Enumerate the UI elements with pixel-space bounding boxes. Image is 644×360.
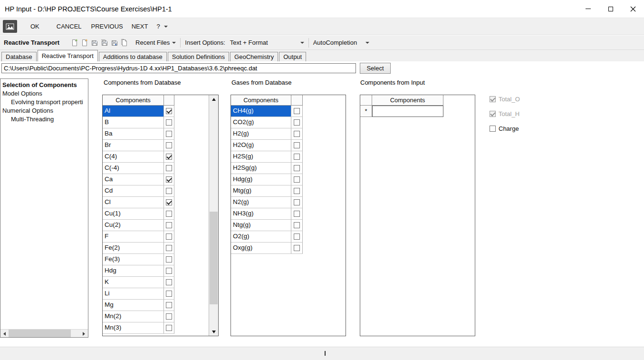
help-button[interactable]: ? (154, 20, 162, 32)
component-name-cell[interactable]: Oxg(g) (231, 243, 291, 254)
component-name-cell[interactable]: Mg (103, 300, 164, 311)
tab-output[interactable]: Output (279, 52, 306, 61)
copy-file-icon[interactable] (120, 39, 129, 47)
save-icon[interactable] (90, 39, 99, 47)
component-name-cell[interactable]: CH4(g) (231, 106, 291, 117)
component-checkbox[interactable] (294, 165, 300, 171)
next-button[interactable]: NEXT (130, 20, 150, 32)
component-checkbox[interactable] (294, 188, 300, 194)
component-name-cell[interactable]: H2O(g) (231, 140, 291, 151)
component-name-cell[interactable]: Hdg (103, 265, 164, 277)
component-checkbox[interactable] (166, 222, 172, 228)
component-name-cell[interactable]: B (103, 117, 164, 128)
ok-button[interactable]: OK (29, 20, 41, 32)
app-icon[interactable] (3, 20, 17, 33)
component-checkbox[interactable] (294, 154, 300, 160)
component-name-cell[interactable]: Mn(2) (103, 311, 164, 322)
component-name-cell[interactable]: H2(g) (231, 128, 291, 140)
component-checkbox[interactable] (166, 234, 172, 240)
components-column-header[interactable]: Components (372, 95, 443, 106)
tab-geochemistry[interactable]: GeoChemistry (230, 52, 278, 61)
component-name-cell[interactable]: Hdg(g) (231, 174, 291, 185)
component-name-cell[interactable]: K (103, 277, 164, 288)
component-name-cell[interactable]: N2(g) (231, 197, 291, 208)
component-checkbox[interactable] (294, 176, 300, 183)
component-checkbox[interactable] (166, 154, 172, 160)
component-name-cell[interactable]: C(4) (103, 151, 164, 163)
component-checkbox[interactable] (294, 108, 300, 114)
component-name-cell[interactable]: Ca (103, 174, 164, 185)
sidebar-item[interactable]: Evolving transport properti (0, 98, 88, 107)
help-dropdown-icon[interactable] (164, 26, 168, 28)
scroll-up-icon[interactable] (209, 95, 218, 103)
component-checkbox[interactable] (294, 245, 300, 251)
sidebar-item[interactable]: Multi-Threading (0, 115, 88, 124)
charge-checkbox[interactable] (490, 126, 496, 132)
tab-solution-definitions[interactable]: Solution Definitions (168, 52, 229, 61)
close-button[interactable] (622, 0, 644, 18)
component-checkbox[interactable] (166, 268, 172, 274)
checkbox-column-header[interactable] (291, 95, 303, 106)
components-column-header[interactable]: Components (231, 95, 291, 106)
component-name-cell[interactable]: Al (103, 106, 164, 117)
component-name-cell[interactable]: Mtg(g) (231, 185, 291, 197)
component-checkbox[interactable] (166, 108, 172, 114)
component-checkbox[interactable] (294, 211, 300, 217)
minimize-button[interactable] (577, 0, 599, 18)
component-name-cell[interactable]: Cu(1) (103, 208, 164, 220)
component-name-cell[interactable]: F (103, 231, 164, 243)
component-checkbox[interactable] (294, 222, 300, 228)
component-checkbox[interactable] (166, 279, 172, 285)
save-as-icon[interactable] (110, 39, 119, 47)
scroll-right-icon[interactable] (80, 330, 88, 338)
component-name-cell[interactable]: Br (103, 140, 164, 151)
tab-additions-to-database[interactable]: Additions to database (99, 52, 167, 61)
component-name-cell[interactable]: H2Sg(g) (231, 163, 291, 174)
component-checkbox[interactable] (166, 199, 172, 205)
autocompletion-button[interactable]: AutoCompletion (313, 39, 357, 46)
component-name-cell[interactable]: Fe(3) (103, 254, 164, 265)
scrollbar-thumb[interactable] (9, 330, 71, 337)
components-db-scrollbar[interactable] (209, 95, 218, 336)
component-name-cell[interactable]: Fe(2) (103, 243, 164, 254)
component-checkbox[interactable] (294, 119, 300, 126)
cancel-button[interactable]: CANCEL (55, 20, 84, 32)
component-checkbox[interactable] (294, 234, 300, 240)
component-name-cell[interactable]: C(-4) (103, 163, 164, 174)
component-name-cell[interactable]: Cu(2) (103, 220, 164, 231)
component-name-cell[interactable]: CO2(g) (231, 117, 291, 128)
component-checkbox[interactable] (166, 188, 172, 194)
scroll-down-icon[interactable] (209, 328, 218, 336)
scrollbar-thumb[interactable] (210, 212, 218, 304)
database-path-input[interactable] (1, 63, 356, 73)
insert-options-select[interactable]: Text + Format (230, 39, 268, 46)
splitter-grip[interactable] (325, 351, 326, 356)
component-checkbox[interactable] (166, 313, 172, 320)
component-checkbox[interactable] (166, 256, 172, 263)
component-name-cell[interactable]: Cd (103, 185, 164, 197)
component-name-cell[interactable]: Ntg(g) (231, 220, 291, 231)
new-file-icon[interactable] (70, 39, 79, 47)
component-input-cell[interactable] (372, 106, 443, 117)
sidebar-horizontal-scrollbar[interactable] (0, 329, 88, 337)
component-name-cell[interactable]: H2S(g) (231, 151, 291, 163)
tab-database[interactable]: Database (1, 52, 37, 61)
maximize-button[interactable] (599, 0, 622, 18)
component-checkbox[interactable] (166, 131, 172, 137)
select-button[interactable]: Select (360, 63, 391, 74)
component-checkbox[interactable] (166, 325, 172, 331)
component-checkbox[interactable] (294, 199, 300, 205)
component-name-cell[interactable]: O2(g) (231, 231, 291, 243)
component-checkbox[interactable] (166, 211, 172, 217)
component-name-cell[interactable]: Mn(3) (103, 322, 164, 334)
component-checkbox[interactable] (166, 165, 172, 171)
sidebar-item[interactable]: Numerical Options (0, 107, 88, 115)
sidebar-item[interactable]: Selection of Components (0, 81, 88, 89)
autocompletion-dropdown-icon[interactable] (365, 42, 369, 44)
component-checkbox[interactable] (166, 119, 172, 126)
tab-reactive-transport[interactable]: Reactive Transport (38, 50, 98, 61)
component-checkbox[interactable] (166, 302, 172, 308)
previous-button[interactable]: PREVIOUS (89, 20, 125, 32)
checkbox-column-header[interactable] (164, 95, 174, 106)
component-name-cell[interactable]: Cl (103, 197, 164, 208)
